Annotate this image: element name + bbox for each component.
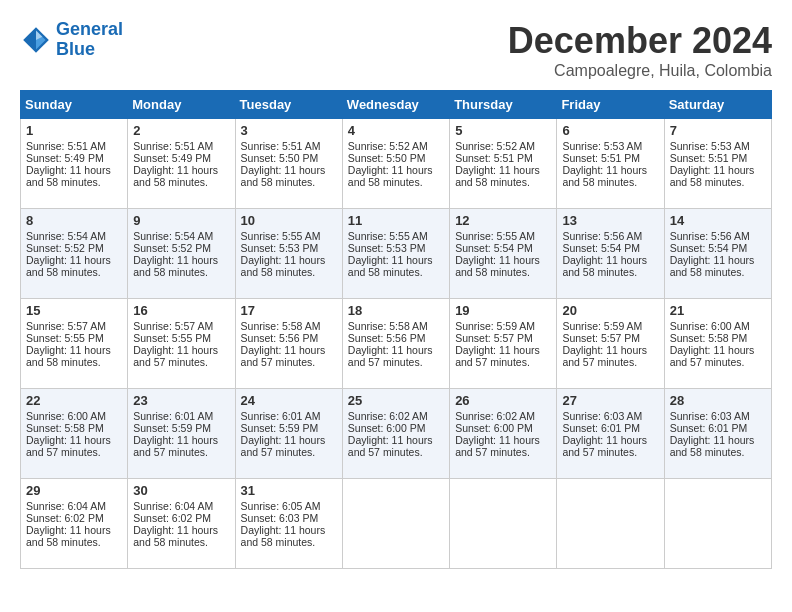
table-row: 7Sunrise: 5:53 AMSunset: 5:51 PMDaylight… [664, 119, 771, 209]
table-row: 8Sunrise: 5:54 AMSunset: 5:52 PMDaylight… [21, 209, 128, 299]
table-row: 27Sunrise: 6:03 AMSunset: 6:01 PMDayligh… [557, 389, 664, 479]
title-block: December 2024 Campoalegre, Huila, Colomb… [508, 20, 772, 80]
sunset: Sunset: 5:52 PM [26, 242, 104, 254]
daylight: Daylight: 11 hours and 57 minutes. [133, 434, 218, 458]
sunset: Sunset: 5:51 PM [455, 152, 533, 164]
sunrise: Sunrise: 5:57 AM [26, 320, 106, 332]
daylight: Daylight: 11 hours and 58 minutes. [348, 164, 433, 188]
col-thursday: Thursday [450, 91, 557, 119]
week-row-4: 22Sunrise: 6:00 AMSunset: 5:58 PMDayligh… [21, 389, 772, 479]
month-title: December 2024 [508, 20, 772, 62]
day-number: 6 [562, 123, 658, 138]
sunset: Sunset: 5:56 PM [241, 332, 319, 344]
sunrise: Sunrise: 6:04 AM [26, 500, 106, 512]
table-row: 17Sunrise: 5:58 AMSunset: 5:56 PMDayligh… [235, 299, 342, 389]
sunrise: Sunrise: 5:57 AM [133, 320, 213, 332]
sunrise: Sunrise: 6:02 AM [348, 410, 428, 422]
logo-icon [20, 24, 52, 56]
daylight: Daylight: 11 hours and 58 minutes. [670, 254, 755, 278]
table-row: 26Sunrise: 6:02 AMSunset: 6:00 PMDayligh… [450, 389, 557, 479]
day-number: 25 [348, 393, 444, 408]
day-number: 27 [562, 393, 658, 408]
daylight: Daylight: 11 hours and 58 minutes. [348, 254, 433, 278]
day-number: 29 [26, 483, 122, 498]
sunrise: Sunrise: 5:56 AM [562, 230, 642, 242]
sunrise: Sunrise: 5:58 AM [348, 320, 428, 332]
daylight: Daylight: 11 hours and 57 minutes. [241, 344, 326, 368]
sunrise: Sunrise: 5:51 AM [26, 140, 106, 152]
page-header: General Blue December 2024 Campoalegre, … [20, 20, 772, 80]
sunset: Sunset: 5:58 PM [26, 422, 104, 434]
table-row: 14Sunrise: 5:56 AMSunset: 5:54 PMDayligh… [664, 209, 771, 299]
sunrise: Sunrise: 5:55 AM [348, 230, 428, 242]
week-row-3: 15Sunrise: 5:57 AMSunset: 5:55 PMDayligh… [21, 299, 772, 389]
table-row: 6Sunrise: 5:53 AMSunset: 5:51 PMDaylight… [557, 119, 664, 209]
daylight: Daylight: 11 hours and 58 minutes. [26, 344, 111, 368]
day-number: 8 [26, 213, 122, 228]
sunset: Sunset: 5:50 PM [241, 152, 319, 164]
table-row: 3Sunrise: 5:51 AMSunset: 5:50 PMDaylight… [235, 119, 342, 209]
sunset: Sunset: 5:55 PM [26, 332, 104, 344]
sunrise: Sunrise: 5:51 AM [133, 140, 213, 152]
day-number: 31 [241, 483, 337, 498]
location-subtitle: Campoalegre, Huila, Colombia [508, 62, 772, 80]
daylight: Daylight: 11 hours and 58 minutes. [455, 254, 540, 278]
logo: General Blue [20, 20, 123, 60]
sunset: Sunset: 6:00 PM [348, 422, 426, 434]
day-number: 16 [133, 303, 229, 318]
table-row: 22Sunrise: 6:00 AMSunset: 5:58 PMDayligh… [21, 389, 128, 479]
day-number: 24 [241, 393, 337, 408]
table-row: 18Sunrise: 5:58 AMSunset: 5:56 PMDayligh… [342, 299, 449, 389]
daylight: Daylight: 11 hours and 57 minutes. [133, 344, 218, 368]
sunrise: Sunrise: 5:52 AM [455, 140, 535, 152]
week-row-1: 1Sunrise: 5:51 AMSunset: 5:49 PMDaylight… [21, 119, 772, 209]
day-number: 2 [133, 123, 229, 138]
daylight: Daylight: 11 hours and 58 minutes. [133, 524, 218, 548]
day-number: 10 [241, 213, 337, 228]
table-row [342, 479, 449, 569]
sunset: Sunset: 5:54 PM [670, 242, 748, 254]
day-number: 15 [26, 303, 122, 318]
daylight: Daylight: 11 hours and 57 minutes. [670, 344, 755, 368]
sunset: Sunset: 5:49 PM [133, 152, 211, 164]
calendar-body: 1Sunrise: 5:51 AMSunset: 5:49 PMDaylight… [21, 119, 772, 569]
sunrise: Sunrise: 5:54 AM [26, 230, 106, 242]
daylight: Daylight: 11 hours and 57 minutes. [241, 434, 326, 458]
logo-line1: General [56, 19, 123, 39]
day-number: 3 [241, 123, 337, 138]
sunrise: Sunrise: 6:03 AM [562, 410, 642, 422]
table-row: 29Sunrise: 6:04 AMSunset: 6:02 PMDayligh… [21, 479, 128, 569]
sunrise: Sunrise: 5:53 AM [562, 140, 642, 152]
header-row: Sunday Monday Tuesday Wednesday Thursday… [21, 91, 772, 119]
sunset: Sunset: 5:55 PM [133, 332, 211, 344]
table-row: 19Sunrise: 5:59 AMSunset: 5:57 PMDayligh… [450, 299, 557, 389]
table-row: 15Sunrise: 5:57 AMSunset: 5:55 PMDayligh… [21, 299, 128, 389]
day-number: 23 [133, 393, 229, 408]
sunset: Sunset: 6:03 PM [241, 512, 319, 524]
table-row: 11Sunrise: 5:55 AMSunset: 5:53 PMDayligh… [342, 209, 449, 299]
day-number: 19 [455, 303, 551, 318]
daylight: Daylight: 11 hours and 58 minutes. [241, 164, 326, 188]
day-number: 26 [455, 393, 551, 408]
sunrise: Sunrise: 6:05 AM [241, 500, 321, 512]
daylight: Daylight: 11 hours and 58 minutes. [133, 254, 218, 278]
col-saturday: Saturday [664, 91, 771, 119]
week-row-5: 29Sunrise: 6:04 AMSunset: 6:02 PMDayligh… [21, 479, 772, 569]
day-number: 5 [455, 123, 551, 138]
calendar-table: Sunday Monday Tuesday Wednesday Thursday… [20, 90, 772, 569]
table-row [557, 479, 664, 569]
daylight: Daylight: 11 hours and 58 minutes. [26, 164, 111, 188]
sunset: Sunset: 5:56 PM [348, 332, 426, 344]
col-friday: Friday [557, 91, 664, 119]
daylight: Daylight: 11 hours and 57 minutes. [348, 344, 433, 368]
table-row [450, 479, 557, 569]
week-row-2: 8Sunrise: 5:54 AMSunset: 5:52 PMDaylight… [21, 209, 772, 299]
sunset: Sunset: 5:53 PM [348, 242, 426, 254]
sunrise: Sunrise: 5:59 AM [455, 320, 535, 332]
daylight: Daylight: 11 hours and 58 minutes. [241, 524, 326, 548]
table-row: 21Sunrise: 6:00 AMSunset: 5:58 PMDayligh… [664, 299, 771, 389]
col-tuesday: Tuesday [235, 91, 342, 119]
sunrise: Sunrise: 6:01 AM [133, 410, 213, 422]
table-row: 31Sunrise: 6:05 AMSunset: 6:03 PMDayligh… [235, 479, 342, 569]
logo-text: General Blue [56, 20, 123, 60]
